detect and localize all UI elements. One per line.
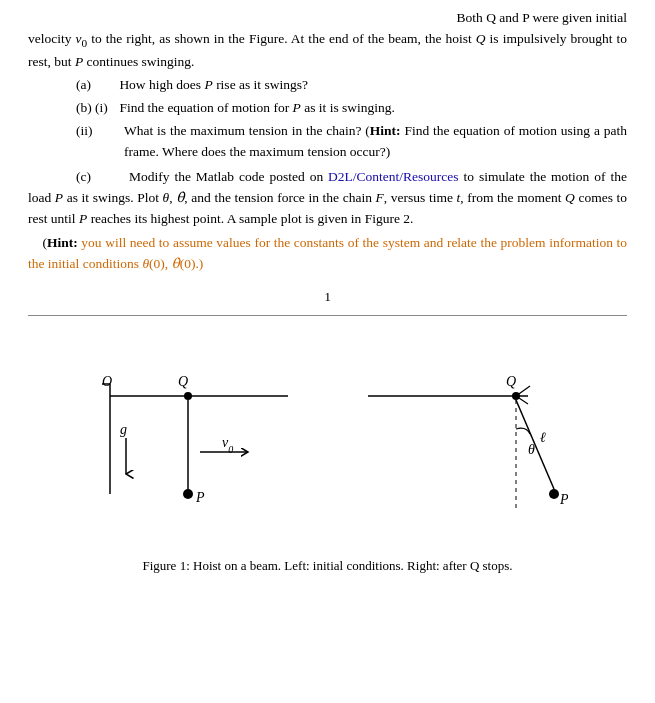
part-b-ii-text: What is the maximum tension in the chain…	[124, 121, 627, 163]
part-a-text: How high does P rise as it swings?	[119, 77, 308, 92]
left-diagram: O Q P g	[88, 334, 308, 544]
page-divider	[28, 315, 627, 316]
label-Q-right: Q	[506, 374, 516, 389]
header-both-q-p: Both Q and P were given initial	[457, 10, 627, 25]
part-b-ii-label: (ii)	[76, 121, 124, 142]
part-b-i-text: Find the equation of motion for P as it …	[119, 100, 395, 115]
diagrams-row: O Q P g	[88, 334, 568, 544]
part-a: (a) How high does P rise as it swings?	[76, 75, 627, 96]
hint-text: you will need to assume values for the c…	[28, 235, 627, 271]
label-g-left: g	[120, 422, 127, 437]
page-number: 1	[28, 289, 627, 305]
part-b-i: (b) (i) Find the equation of motion for …	[76, 98, 627, 119]
label-l-right: ℓ	[540, 430, 546, 445]
stop-arrow1	[516, 386, 530, 396]
label-theta-right: θ	[528, 442, 535, 457]
label-Q-left: Q	[178, 374, 188, 389]
header-para: velocity v0 to the right, as shown in th…	[28, 29, 627, 73]
label-P-right: P	[559, 492, 568, 507]
part-a-label: (a)	[76, 75, 116, 96]
header-right: Both Q and P were given initial	[28, 8, 627, 29]
circle-Q-left	[184, 392, 192, 400]
part-b-i-label: (b) (i)	[76, 98, 116, 119]
part-c-label: (c)	[76, 167, 124, 188]
chain-right	[516, 400, 554, 489]
figure-area: O Q P g	[28, 334, 627, 574]
d2l-link[interactable]: D2L/Content/Resources	[328, 169, 458, 184]
label-P-left: P	[195, 490, 205, 505]
circle-P-right	[549, 489, 559, 499]
part-c: (c) Modify the Matlab code posted on D2L…	[28, 167, 627, 230]
circle-P-left	[183, 489, 193, 499]
hint-para: (Hint: you will need to assume values fo…	[28, 233, 627, 275]
right-diagram: Q ℓ θ P	[368, 334, 568, 544]
figure-caption: Figure 1: Hoist on a beam. Left: initial…	[142, 558, 512, 574]
part-b-ii: (ii) What is the maximum tension in the …	[76, 121, 627, 163]
main-text: Both Q and P were given initial velocity…	[28, 8, 627, 275]
